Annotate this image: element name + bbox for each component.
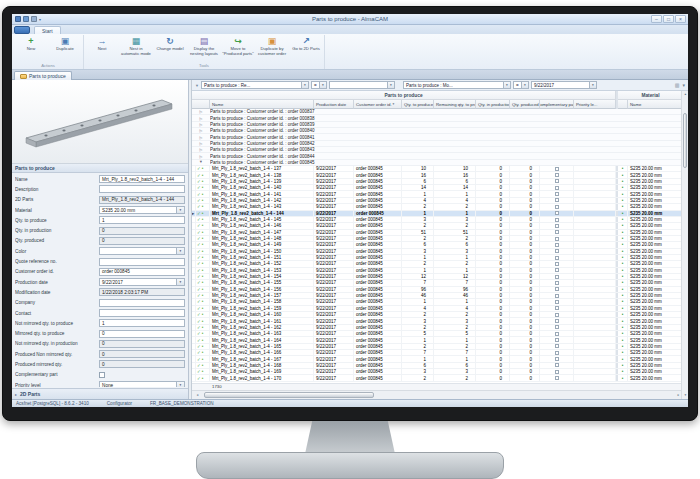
form-input[interactable]: Mrt_Ply_1.8_rev2_batch_1-4 - 144: [99, 196, 185, 204]
dropdown-caret-icon[interactable]: ▾: [176, 382, 184, 387]
complementary-checkbox[interactable]: [555, 218, 559, 222]
filter-field-combo[interactable]: Parts to produce : Mo...▾: [403, 81, 511, 89]
expander-icon[interactable]: ▷: [192, 109, 210, 114]
complementary-checkbox[interactable]: [555, 262, 559, 266]
filter-operator-combo[interactable]: =▾: [513, 81, 529, 89]
form-input[interactable]: 0: [99, 350, 185, 358]
expander-icon[interactable]: ▷: [192, 116, 210, 121]
expander-icon[interactable]: ▷: [192, 154, 210, 159]
app-menu-button[interactable]: [14, 26, 30, 34]
grid-options-caret-icon[interactable]: ▾: [682, 82, 685, 88]
complementary-checkbox[interactable]: [555, 306, 559, 310]
complementary-checkbox[interactable]: [555, 243, 559, 247]
complementary-checkbox[interactable]: [555, 275, 559, 279]
filter-value-combo[interactable]: ▾: [329, 81, 395, 89]
dropdown-caret-icon[interactable]: ▾: [301, 82, 308, 88]
col-header-complementary[interactable]: Complementary part: [540, 100, 574, 109]
expander-icon[interactable]: ▷: [192, 122, 210, 127]
close-button[interactable]: ×: [675, 15, 686, 23]
collapse-icon[interactable]: ▼: [192, 160, 210, 164]
expander-icon[interactable]: ▷: [192, 135, 210, 140]
ribbon-button-next[interactable]: →Next: [85, 35, 119, 62]
form-input[interactable]: S235 20.00 mm▾: [99, 206, 185, 214]
form-input[interactable]: 9/22/2017▾: [99, 278, 185, 286]
complementary-checkbox[interactable]: [555, 294, 559, 298]
complementary-checkbox[interactable]: [555, 363, 559, 367]
expander-icon[interactable]: ▷: [192, 147, 210, 152]
form-input[interactable]: None▾: [99, 381, 185, 387]
ribbon-button-display-nesting-layouts[interactable]: ▤Display the nesting layouts: [187, 35, 221, 62]
dropdown-caret-icon[interactable]: ▾: [387, 82, 394, 88]
complementary-checkbox[interactable]: [555, 319, 559, 323]
sort-indicator-icon[interactable]: ▾: [393, 102, 395, 106]
dropdown-caret-icon[interactable]: ▾: [176, 207, 184, 213]
form-input[interactable]: [99, 258, 185, 266]
complementary-checkbox[interactable]: [555, 376, 559, 380]
scroll-up-icon[interactable]: ▴: [682, 91, 688, 98]
col-header-material-name[interactable]: Name: [628, 100, 684, 109]
expander-icon[interactable]: ▸: [15, 392, 17, 397]
complementary-checkbox[interactable]: [555, 256, 559, 260]
complementary-checkbox[interactable]: [555, 287, 559, 291]
filter-operator-combo[interactable]: =▾: [311, 81, 327, 89]
save-icon[interactable]: [15, 16, 21, 22]
col-header-qty-in-production[interactable]: Qty. in production: [476, 100, 510, 109]
ribbon-tab-start[interactable]: Start: [34, 26, 61, 34]
dropdown-caret-icon[interactable]: ▾: [319, 82, 326, 88]
complementary-checkbox[interactable]: [555, 370, 559, 374]
form-input[interactable]: 1/22/2018 2:03:17 PM: [99, 288, 185, 296]
ribbon-button-duplicate-customer-order[interactable]: ▣Duplicate by customer order: [255, 35, 289, 62]
qat-caret-icon[interactable]: ▾: [39, 17, 41, 22]
dropdown-caret-icon[interactable]: ▾: [176, 279, 184, 285]
scroll-left-icon[interactable]: ◂: [193, 392, 202, 398]
form-checkbox[interactable]: [99, 372, 105, 378]
columns-icon[interactable]: ▥: [675, 82, 680, 88]
vertical-scroll-thumb[interactable]: [683, 113, 687, 168]
form-input[interactable]: 0: [99, 340, 185, 348]
section-2d-parts[interactable]: ▸ 2D Parts: [12, 388, 188, 399]
complementary-checkbox[interactable]: [555, 313, 559, 317]
form-input[interactable]: [99, 309, 185, 317]
tab-parts-to-produce[interactable]: Parts to produce: [14, 71, 72, 80]
table-row[interactable]: ✓•Mrt_Ply_1.8_rev2_batch_1-4 - 1709/22/2…: [192, 375, 684, 381]
form-input[interactable]: 0: [99, 227, 185, 235]
col-header-production-date[interactable]: Production date: [314, 100, 354, 109]
minimize-button[interactable]: –: [651, 15, 662, 23]
col-header-priority[interactable]: Priority le...: [574, 100, 616, 109]
dropdown-caret-icon[interactable]: ▾: [503, 82, 510, 88]
ribbon-button-go-2d-parts[interactable]: ↗Go to 2D Parts: [289, 35, 323, 62]
filter-field-combo[interactable]: Parts to produce : Re...▾: [201, 81, 309, 89]
col-header-qty-produced[interactable]: Qty. produced: [510, 100, 540, 109]
complementary-checkbox[interactable]: [555, 281, 559, 285]
scroll-down-icon[interactable]: ▾: [682, 392, 688, 399]
expander-icon[interactable]: ▷: [192, 128, 210, 133]
part-3d-preview[interactable]: [12, 80, 188, 164]
filter-value-combo[interactable]: 9/22/2017▾: [531, 81, 597, 89]
complementary-checkbox[interactable]: [555, 173, 559, 177]
complementary-checkbox[interactable]: [555, 357, 559, 361]
ribbon-button-move-produced[interactable]: ↪Move to "Produced parts": [221, 35, 255, 62]
complementary-checkbox[interactable]: [555, 325, 559, 329]
dropdown-caret-icon[interactable]: ▾: [589, 82, 596, 88]
form-input[interactable]: 0: [99, 330, 185, 338]
complementary-checkbox[interactable]: [555, 230, 559, 234]
complementary-checkbox[interactable]: [555, 211, 559, 215]
complementary-checkbox[interactable]: [555, 186, 559, 190]
complementary-checkbox[interactable]: [555, 179, 559, 183]
maximize-button[interactable]: □: [663, 15, 674, 23]
form-input[interactable]: Mrt_Ply_1.8_rev2_batch_1-4 - 144: [99, 175, 185, 183]
redo-icon[interactable]: [31, 16, 37, 22]
complementary-checkbox[interactable]: [555, 332, 559, 336]
undo-icon[interactable]: [23, 16, 29, 22]
col-header-customer-order[interactable]: Customer order id. ▾: [354, 100, 402, 109]
complementary-checkbox[interactable]: [555, 351, 559, 355]
form-input[interactable]: [99, 299, 185, 307]
complementary-checkbox[interactable]: [555, 268, 559, 272]
complementary-checkbox[interactable]: [555, 205, 559, 209]
complementary-checkbox[interactable]: [555, 192, 559, 196]
form-input[interactable]: 0: [99, 237, 185, 245]
ribbon-button-change-model[interactable]: ↻Change model: [153, 35, 187, 62]
complementary-checkbox[interactable]: [555, 249, 559, 253]
col-header-qty-to-produce[interactable]: Qty. to produce: [402, 100, 434, 109]
ribbon-button-duplicate[interactable]: ▣Duplicate: [48, 35, 82, 62]
